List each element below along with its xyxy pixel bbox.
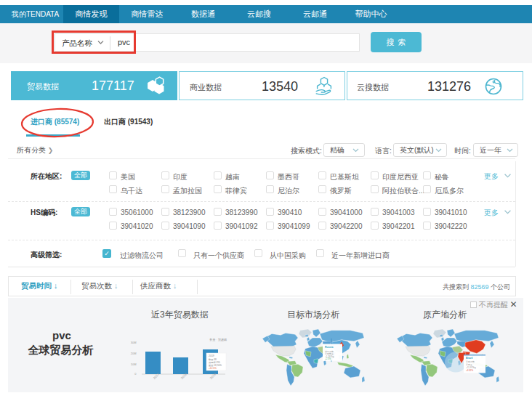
svg-text:20M: 20M bbox=[131, 352, 137, 355]
svg-text:Russia: Russia bbox=[325, 346, 334, 349]
svg-text:数量 · 贸易额: 数量 · 贸易额 bbox=[209, 338, 227, 341]
svg-text:0: 0 bbox=[134, 372, 137, 376]
svg-text:+3.52%: +3.52% bbox=[466, 369, 474, 372]
svg-text:+2.3%: +2.3% bbox=[325, 357, 331, 360]
svg-text:2019: 2019 bbox=[209, 355, 214, 357]
svg-text:Brazil: Brazil bbox=[466, 357, 473, 360]
svg-text:10M: 10M bbox=[131, 362, 137, 366]
svg-text:+12.5%: +12.5% bbox=[209, 367, 217, 370]
svg-text:30M: 30M bbox=[131, 341, 137, 344]
